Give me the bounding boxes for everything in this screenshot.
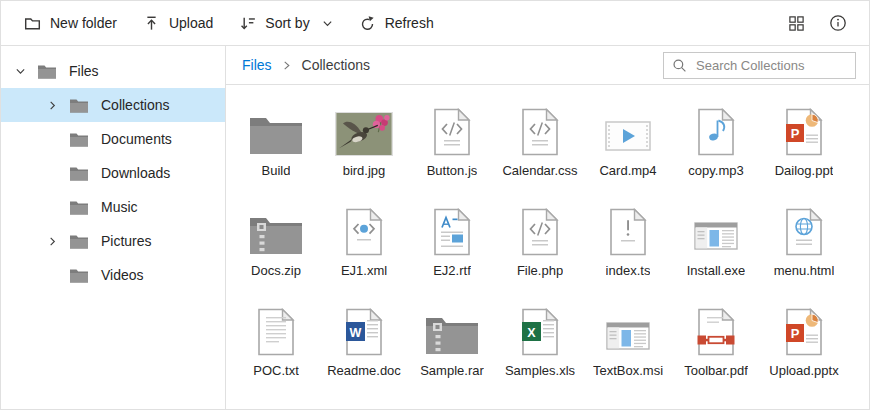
folder-icon [69, 166, 89, 181]
file-item[interactable]: PDailog.ppt [760, 93, 848, 193]
folder-icon [37, 64, 57, 79]
breadcrumb: Files Collections [242, 57, 370, 73]
file-item[interactable]: bird.jpg [320, 93, 408, 193]
sidebar-item-music[interactable]: Music [1, 190, 225, 224]
image-bird-icon [335, 98, 393, 156]
file-name: Button.js [427, 163, 478, 178]
file-name: TextBox.msi [593, 363, 663, 378]
svg-text:P: P [791, 326, 800, 341]
file-name: Sample.rar [420, 363, 484, 378]
file-manager-toolbar: New folder Upload Sort by Refresh [1, 1, 869, 46]
file-item[interactable]: EJ1.xml [320, 193, 408, 293]
file-name: EJ2.rtf [433, 263, 471, 278]
pdf-icon [696, 298, 736, 356]
file-item[interactable]: menu.html [760, 193, 848, 293]
file-item[interactable]: Toolbar.pdf [672, 293, 760, 393]
installer-window-icon [604, 298, 652, 356]
view-toggle-button[interactable] [781, 8, 811, 38]
grid-view-icon [788, 15, 805, 32]
file-item[interactable]: index.ts [584, 193, 672, 293]
sidebar-item-pictures[interactable]: Pictures [1, 224, 225, 258]
sidebar-item-files[interactable]: Files [1, 54, 225, 88]
file-item[interactable]: Card.mp4 [584, 93, 672, 193]
toolbar-left-group: New folder Upload Sort by Refresh [11, 7, 447, 39]
details-button[interactable] [823, 8, 853, 38]
zip-folder-icon [248, 198, 304, 256]
typescript-icon [608, 198, 648, 256]
sidebar-item-collections[interactable]: Collections [1, 88, 225, 122]
sidebar-item-videos[interactable]: Videos [1, 258, 225, 292]
breadcrumb-current: Collections [302, 57, 370, 73]
file-item[interactable]: Docs.zip [232, 193, 320, 293]
chevron-down-icon [322, 18, 333, 29]
text-lines-icon [256, 298, 296, 356]
new-folder-label: New folder [50, 15, 117, 31]
file-item[interactable]: Sample.rar [408, 293, 496, 393]
refresh-label: Refresh [385, 15, 434, 31]
svg-text:X: X [527, 326, 536, 340]
search-box [663, 52, 856, 79]
file-name: Dailog.ppt [775, 163, 834, 178]
folder-icon [248, 98, 304, 156]
file-name: Readme.doc [327, 363, 401, 378]
code-icon [432, 98, 472, 156]
powerpoint-icon: P [784, 298, 824, 356]
video-icon [604, 98, 652, 156]
chevron-right-icon [283, 60, 291, 71]
word-icon: W [344, 298, 384, 356]
file-item[interactable]: TextBox.msi [584, 293, 672, 393]
sort-icon [239, 15, 256, 32]
file-item[interactable]: Button.js [408, 93, 496, 193]
file-name: Install.exe [687, 263, 746, 278]
file-name: Build [262, 163, 291, 178]
file-name: bird.jpg [343, 163, 386, 178]
sidebar-item-label: Downloads [101, 165, 170, 181]
sidebar-item-label: Music [101, 199, 138, 215]
refresh-button[interactable]: Refresh [346, 7, 447, 39]
file-item[interactable]: Install.exe [672, 193, 760, 293]
file-name: EJ1.xml [341, 263, 387, 278]
sidebar-item-downloads[interactable]: Downloads [1, 156, 225, 190]
toolbar-right-group [781, 8, 853, 38]
file-manager: New folder Upload Sort by Refresh [0, 0, 870, 410]
file-name: menu.html [774, 263, 835, 278]
file-name: Calendar.css [502, 163, 577, 178]
richtext-icon [432, 198, 472, 256]
file-item[interactable]: POC.txt [232, 293, 320, 393]
file-name: Upload.pptx [769, 363, 838, 378]
file-item[interactable]: WReadme.doc [320, 293, 408, 393]
folder-icon [69, 200, 89, 215]
new-folder-button[interactable]: New folder [11, 7, 130, 39]
file-item[interactable]: Build [232, 93, 320, 193]
sidebar-item-label: Collections [101, 97, 169, 113]
code-icon [520, 98, 560, 156]
sort-by-label: Sort by [265, 15, 309, 31]
upload-button[interactable]: Upload [130, 7, 226, 39]
sidebar-item-label: Pictures [101, 233, 152, 249]
svg-text:W: W [350, 326, 362, 340]
sidebar-item-label: Documents [101, 131, 172, 147]
file-item[interactable]: EJ2.rtf [408, 193, 496, 293]
sidebar-item-label: Files [69, 63, 99, 79]
folder-icon [69, 234, 89, 249]
refresh-icon [359, 15, 376, 32]
file-item[interactable]: copy.mp3 [672, 93, 760, 193]
file-item[interactable]: XSamples.xls [496, 293, 584, 393]
file-name: Docs.zip [251, 263, 301, 278]
content-panel: Files Collections Build [226, 46, 869, 410]
sort-by-button[interactable]: Sort by [226, 7, 345, 39]
svg-text:P: P [791, 126, 800, 141]
file-item[interactable]: File.php [496, 193, 584, 293]
file-item[interactable]: PUpload.pptx [760, 293, 848, 393]
breadcrumb-root[interactable]: Files [242, 57, 272, 73]
powerpoint-icon: P [784, 98, 824, 156]
chevron-down-icon[interactable] [15, 66, 27, 77]
file-name: File.php [517, 263, 563, 278]
search-input[interactable] [694, 57, 847, 74]
sidebar-item-documents[interactable]: Documents [1, 122, 225, 156]
file-item[interactable]: Calendar.css [496, 93, 584, 193]
chevron-right-icon[interactable] [47, 236, 59, 247]
folder-icon [69, 98, 89, 113]
excel-icon: X [520, 298, 560, 356]
chevron-right-icon[interactable] [47, 100, 59, 111]
